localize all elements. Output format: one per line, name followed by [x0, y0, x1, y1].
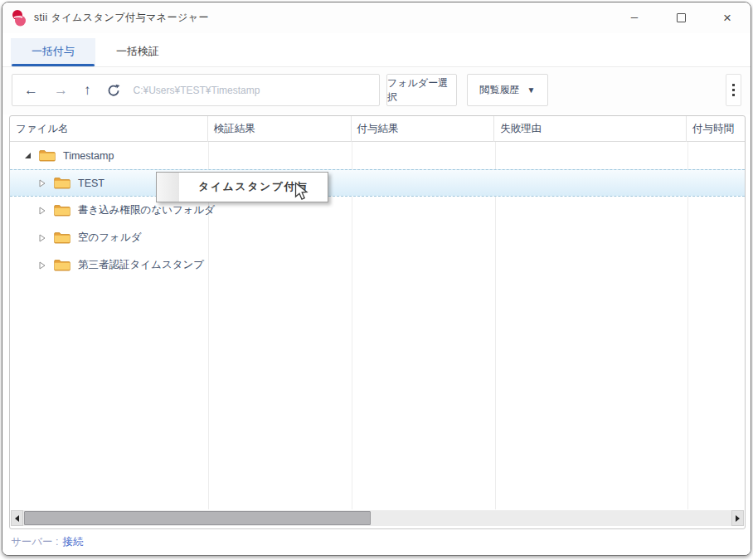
mouse-cursor-icon — [294, 182, 309, 206]
scroll-left-button[interactable] — [11, 510, 23, 526]
column-header-verify-result[interactable]: 検証結果 — [208, 116, 352, 142]
column-header-grant-result[interactable]: 付与結果 — [352, 116, 495, 142]
tab-bar: 一括付与 一括検証 — [2, 33, 751, 67]
minimize-button[interactable]: – — [611, 2, 658, 33]
folder-icon — [54, 177, 70, 189]
column-header-grant-time[interactable]: 付与時間 — [687, 116, 745, 142]
left-arrow-icon — [15, 515, 19, 522]
status-bar: サーバー : 接続 — [2, 529, 751, 555]
tree-row-label: 第三者認証タイムスタンプ — [78, 258, 204, 272]
tree-row-no-write-permission[interactable]: 書き込み権限のないフォルダ — [10, 197, 745, 224]
tree-row-label: TEST — [78, 178, 104, 189]
folder-tree: Timestamp TEST — [10, 142, 745, 279]
tree-row-empty-folder[interactable]: 空のフォルダ — [10, 224, 745, 251]
server-status-label: サーバー : — [11, 535, 59, 549]
tree-row-third-party-timestamp[interactable]: 第三者認証タイムスタンプ — [10, 251, 745, 279]
horizontal-scrollbar[interactable] — [11, 510, 744, 526]
back-icon[interactable]: ← — [24, 83, 38, 97]
tab-batch-grant[interactable]: 一括付与 — [11, 38, 95, 66]
forward-icon[interactable]: → — [54, 83, 68, 97]
close-icon: × — [723, 10, 731, 27]
app-logo-icon — [11, 9, 27, 27]
folder-icon — [39, 149, 56, 162]
column-header-filename[interactable]: ファイル名 — [10, 116, 208, 142]
expander-collapsed-icon[interactable] — [38, 179, 46, 187]
maximize-icon — [677, 13, 686, 22]
minimize-icon: – — [631, 9, 638, 23]
scrollbar-thumb[interactable] — [24, 511, 371, 525]
tree-row-label: Timestamp — [63, 150, 114, 162]
connect-link[interactable]: 接続 — [63, 535, 84, 549]
app-window: stii タイムスタンプ付与マネージャー – × 一括付与 一括検証 ← → ↑… — [2, 2, 751, 556]
column-header-failure-reason[interactable]: 失敗理由 — [494, 116, 687, 142]
file-table-panel: ファイル名 検証結果 付与結果 失敗理由 付与時間 Timestam — [9, 115, 746, 529]
up-icon[interactable]: ↑ — [84, 83, 91, 97]
tree-row-label: 空のフォルダ — [78, 231, 141, 245]
history-dropdown-button[interactable]: 閲覧履歴 ▼ — [467, 74, 548, 106]
history-dropdown-label: 閲覧履歴 — [480, 83, 520, 97]
context-menu-icon-strip — [157, 173, 179, 202]
tree-row-test[interactable]: TEST — [10, 169, 745, 197]
folder-select-button[interactable]: フォルダー選択 — [386, 74, 457, 106]
folder-icon — [54, 259, 70, 271]
tree-row-label: 書き込み権限のないフォルダ — [78, 203, 215, 217]
refresh-icon[interactable] — [107, 84, 120, 97]
title-bar: stii タイムスタンプ付与マネージャー – × — [2, 2, 751, 33]
folder-path-value: C:¥Users¥TEST¥Timestamp — [134, 85, 260, 96]
kebab-menu-icon — [732, 84, 735, 86]
close-button[interactable]: × — [704, 2, 751, 33]
tree-row-timestamp[interactable]: Timestamp — [10, 142, 745, 169]
navigation-toolbar: ← → ↑ C:¥Users¥TEST¥Timestamp フォルダー選択 閲覧… — [2, 67, 751, 114]
maximize-button[interactable] — [658, 2, 704, 33]
folder-icon — [54, 204, 70, 217]
folder-icon — [54, 231, 70, 244]
expander-collapsed-icon[interactable] — [38, 261, 46, 270]
scroll-right-button[interactable] — [731, 510, 744, 526]
expander-collapsed-icon[interactable] — [38, 207, 46, 215]
expander-collapsed-icon[interactable] — [38, 234, 46, 242]
chevron-down-icon: ▼ — [527, 85, 536, 95]
window-title: stii タイムスタンプ付与マネージャー — [34, 11, 209, 25]
address-bar[interactable]: ← → ↑ C:¥Users¥TEST¥Timestamp — [12, 74, 380, 106]
tab-batch-verify[interactable]: 一括検証 — [95, 38, 180, 66]
table-header-row: ファイル名 検証結果 付与結果 失敗理由 付与時間 — [10, 116, 745, 142]
more-options-button[interactable] — [726, 74, 741, 106]
expander-expanded-icon[interactable] — [23, 152, 32, 159]
right-arrow-icon — [736, 515, 740, 522]
